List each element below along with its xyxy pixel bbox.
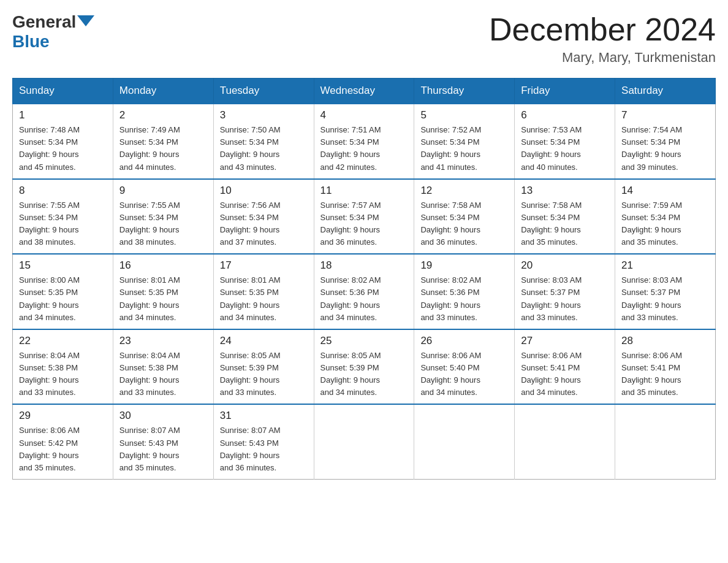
calendar-cell: 29 Sunrise: 8:06 AM Sunset: 5:42 PM Dayl…	[13, 404, 113, 479]
day-number: 13	[521, 185, 609, 197]
weekday-header-row: SundayMondayTuesdayWednesdayThursdayFrid…	[13, 79, 716, 104]
day-info: Sunrise: 7:58 AM Sunset: 5:34 PM Dayligh…	[521, 199, 609, 249]
calendar-cell: 19 Sunrise: 8:02 AM Sunset: 5:36 PM Dayl…	[414, 254, 515, 329]
day-number: 16	[119, 259, 207, 272]
day-number: 15	[19, 259, 107, 272]
day-info: Sunrise: 7:52 AM Sunset: 5:34 PM Dayligh…	[420, 124, 508, 174]
day-info: Sunrise: 7:53 AM Sunset: 5:34 PM Dayligh…	[521, 124, 609, 174]
day-number: 2	[119, 109, 207, 121]
calendar-cell: 17 Sunrise: 8:01 AM Sunset: 5:35 PM Dayl…	[213, 254, 314, 329]
day-number: 5	[420, 109, 508, 121]
day-number: 8	[19, 185, 107, 197]
calendar-cell: 6 Sunrise: 7:53 AM Sunset: 5:34 PM Dayli…	[515, 104, 615, 179]
day-number: 1	[19, 109, 107, 121]
calendar-week-row: 29 Sunrise: 8:06 AM Sunset: 5:42 PM Dayl…	[13, 404, 716, 479]
day-number: 29	[19, 410, 107, 422]
day-info: Sunrise: 8:05 AM Sunset: 5:39 PM Dayligh…	[320, 350, 408, 399]
day-info: Sunrise: 7:58 AM Sunset: 5:34 PM Dayligh…	[420, 199, 508, 249]
logo-blue-text: Blue	[12, 32, 50, 51]
calendar-table: SundayMondayTuesdayWednesdayThursdayFrid…	[12, 78, 716, 480]
day-number: 27	[521, 335, 609, 347]
weekday-header-saturday: Saturday	[615, 79, 716, 104]
day-info: Sunrise: 8:04 AM Sunset: 5:38 PM Dayligh…	[119, 350, 207, 399]
calendar-cell	[314, 404, 414, 479]
day-info: Sunrise: 8:02 AM Sunset: 5:36 PM Dayligh…	[420, 274, 508, 324]
day-info: Sunrise: 7:57 AM Sunset: 5:34 PM Dayligh…	[320, 199, 408, 249]
calendar-cell: 14 Sunrise: 7:59 AM Sunset: 5:34 PM Dayl…	[615, 179, 716, 255]
day-info: Sunrise: 7:50 AM Sunset: 5:34 PM Dayligh…	[220, 124, 308, 174]
calendar-cell: 12 Sunrise: 7:58 AM Sunset: 5:34 PM Dayl…	[414, 179, 515, 255]
day-number: 20	[521, 259, 609, 272]
calendar-cell: 13 Sunrise: 7:58 AM Sunset: 5:34 PM Dayl…	[515, 179, 615, 255]
day-number: 23	[119, 335, 207, 347]
calendar-cell: 24 Sunrise: 8:05 AM Sunset: 5:39 PM Dayl…	[213, 329, 314, 405]
day-number: 18	[320, 259, 408, 272]
day-number: 21	[621, 259, 709, 272]
day-info: Sunrise: 7:51 AM Sunset: 5:34 PM Dayligh…	[320, 124, 408, 174]
calendar-cell: 9 Sunrise: 7:55 AM Sunset: 5:34 PM Dayli…	[113, 179, 213, 255]
day-number: 12	[420, 185, 508, 197]
calendar-cell: 25 Sunrise: 8:05 AM Sunset: 5:39 PM Dayl…	[314, 329, 414, 405]
calendar-cell: 1 Sunrise: 7:48 AM Sunset: 5:34 PM Dayli…	[13, 104, 113, 179]
calendar-cell: 8 Sunrise: 7:55 AM Sunset: 5:34 PM Dayli…	[13, 179, 113, 255]
day-info: Sunrise: 8:01 AM Sunset: 5:35 PM Dayligh…	[119, 274, 207, 324]
day-number: 24	[220, 335, 308, 347]
day-info: Sunrise: 8:00 AM Sunset: 5:35 PM Dayligh…	[19, 274, 107, 324]
calendar-cell: 2 Sunrise: 7:49 AM Sunset: 5:34 PM Dayli…	[113, 104, 213, 179]
day-info: Sunrise: 8:06 AM Sunset: 5:42 PM Dayligh…	[19, 424, 107, 474]
calendar-week-row: 22 Sunrise: 8:04 AM Sunset: 5:38 PM Dayl…	[13, 329, 716, 405]
day-info: Sunrise: 8:06 AM Sunset: 5:41 PM Dayligh…	[621, 350, 709, 399]
calendar-cell	[615, 404, 716, 479]
day-info: Sunrise: 8:01 AM Sunset: 5:35 PM Dayligh…	[220, 274, 308, 324]
day-info: Sunrise: 7:55 AM Sunset: 5:34 PM Dayligh…	[19, 199, 107, 249]
day-number: 11	[320, 185, 408, 197]
day-number: 7	[621, 109, 709, 121]
day-info: Sunrise: 8:07 AM Sunset: 5:43 PM Dayligh…	[119, 424, 207, 474]
title-section: December 2024 Mary, Mary, Turkmenistan	[489, 12, 716, 66]
weekday-header-wednesday: Wednesday	[314, 79, 414, 104]
day-info: Sunrise: 8:03 AM Sunset: 5:37 PM Dayligh…	[521, 274, 609, 324]
day-number: 26	[420, 335, 508, 347]
calendar-cell: 11 Sunrise: 7:57 AM Sunset: 5:34 PM Dayl…	[314, 179, 414, 255]
day-info: Sunrise: 7:59 AM Sunset: 5:34 PM Dayligh…	[621, 199, 709, 249]
logo: General Blue	[12, 12, 96, 52]
calendar-cell: 7 Sunrise: 7:54 AM Sunset: 5:34 PM Dayli…	[615, 104, 716, 179]
weekday-header-monday: Monday	[113, 79, 213, 104]
day-info: Sunrise: 7:55 AM Sunset: 5:34 PM Dayligh…	[119, 199, 207, 249]
day-number: 19	[420, 259, 508, 272]
logo-arrow-icon	[77, 15, 94, 26]
calendar-cell	[414, 404, 515, 479]
logo-general-text: General	[12, 12, 76, 32]
calendar-cell: 16 Sunrise: 8:01 AM Sunset: 5:35 PM Dayl…	[113, 254, 213, 329]
calendar-cell: 26 Sunrise: 8:06 AM Sunset: 5:40 PM Dayl…	[414, 329, 515, 405]
calendar-cell: 30 Sunrise: 8:07 AM Sunset: 5:43 PM Dayl…	[113, 404, 213, 479]
calendar-cell: 28 Sunrise: 8:06 AM Sunset: 5:41 PM Dayl…	[615, 329, 716, 405]
weekday-header-thursday: Thursday	[414, 79, 515, 104]
day-info: Sunrise: 8:07 AM Sunset: 5:43 PM Dayligh…	[220, 424, 308, 474]
calendar-week-row: 8 Sunrise: 7:55 AM Sunset: 5:34 PM Dayli…	[13, 179, 716, 255]
weekday-header-friday: Friday	[515, 79, 615, 104]
day-info: Sunrise: 7:49 AM Sunset: 5:34 PM Dayligh…	[119, 124, 207, 174]
day-info: Sunrise: 7:48 AM Sunset: 5:34 PM Dayligh…	[19, 124, 107, 174]
day-number: 14	[621, 185, 709, 197]
day-info: Sunrise: 8:04 AM Sunset: 5:38 PM Dayligh…	[19, 350, 107, 399]
day-number: 31	[220, 410, 308, 422]
month-title: December 2024	[489, 12, 716, 47]
day-info: Sunrise: 7:54 AM Sunset: 5:34 PM Dayligh…	[621, 124, 709, 174]
calendar-cell: 4 Sunrise: 7:51 AM Sunset: 5:34 PM Dayli…	[314, 104, 414, 179]
calendar-week-row: 15 Sunrise: 8:00 AM Sunset: 5:35 PM Dayl…	[13, 254, 716, 329]
calendar-week-row: 1 Sunrise: 7:48 AM Sunset: 5:34 PM Dayli…	[13, 104, 716, 179]
calendar-cell: 23 Sunrise: 8:04 AM Sunset: 5:38 PM Dayl…	[113, 329, 213, 405]
day-number: 30	[119, 410, 207, 422]
calendar-cell: 3 Sunrise: 7:50 AM Sunset: 5:34 PM Dayli…	[213, 104, 314, 179]
calendar-cell	[515, 404, 615, 479]
day-info: Sunrise: 8:02 AM Sunset: 5:36 PM Dayligh…	[320, 274, 408, 324]
day-info: Sunrise: 7:56 AM Sunset: 5:34 PM Dayligh…	[220, 199, 308, 249]
weekday-header-sunday: Sunday	[13, 79, 113, 104]
day-number: 6	[521, 109, 609, 121]
location-title: Mary, Mary, Turkmenistan	[489, 50, 716, 66]
day-info: Sunrise: 8:06 AM Sunset: 5:40 PM Dayligh…	[420, 350, 508, 399]
weekday-header-tuesday: Tuesday	[213, 79, 314, 104]
day-info: Sunrise: 8:05 AM Sunset: 5:39 PM Dayligh…	[220, 350, 308, 399]
day-number: 3	[220, 109, 308, 121]
